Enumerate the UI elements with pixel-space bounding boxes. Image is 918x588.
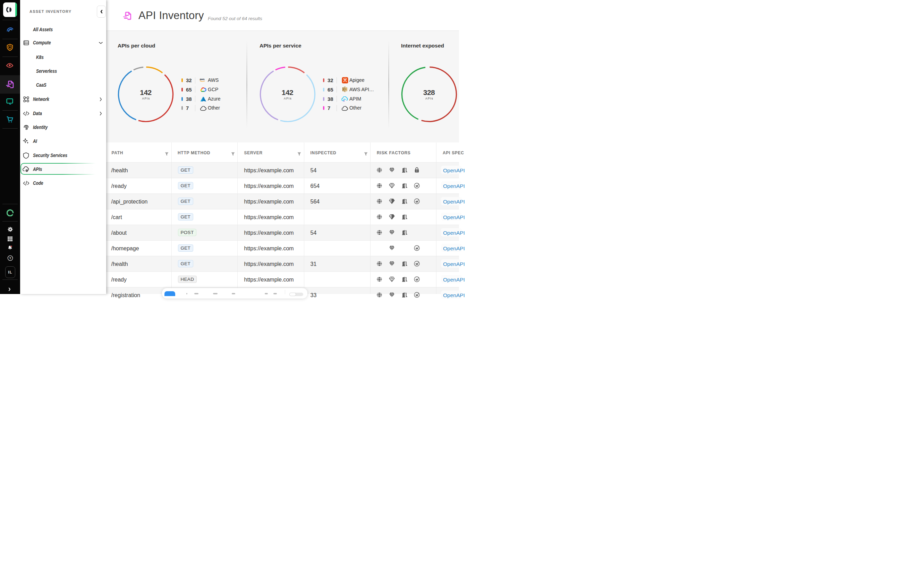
- svg-text:?: ?: [9, 256, 11, 260]
- svg-text:aws: aws: [200, 78, 205, 81]
